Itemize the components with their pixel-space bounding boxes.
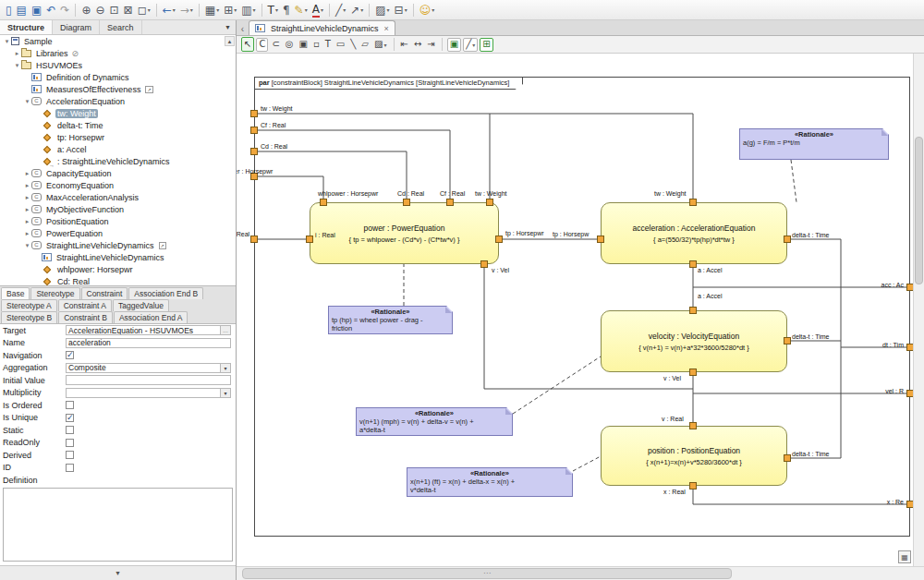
port-power-i[interactable] [306, 236, 313, 243]
open-project-button[interactable]: ▤ [15, 2, 29, 18]
arrow-style-button[interactable]: ↗▾ [348, 2, 365, 18]
expand-arrow-icon[interactable]: ▸ [23, 170, 31, 177]
paragraph-button[interactable]: ¶ [281, 2, 292, 18]
save-project-button[interactable]: ▣ [30, 2, 43, 18]
properties-tab-base[interactable]: Base [1, 287, 30, 299]
forward-button[interactable]: →▾ [178, 2, 195, 18]
tree-item-whlpower-horsepwr[interactable]: whlpower: Horsepwr [0, 263, 236, 275]
collapse-arrow-icon[interactable]: ▾ [23, 242, 31, 249]
rectangle-tool[interactable]: ▭ [334, 36, 346, 53]
align-right-button[interactable]: ⇥ [425, 36, 436, 53]
port-velocity-v[interactable] [689, 369, 697, 376]
tree-item-straightlinevehicledynamics[interactable]: StraightLineVehicleDynamics [0, 251, 236, 263]
port-power-cd[interactable] [403, 199, 410, 206]
port-frame-vel[interactable] [906, 390, 913, 397]
properties-tab-association-end-b[interactable]: Association End B [128, 287, 203, 299]
tree-item-straightlinevehicledynamics[interactable]: : StraightLineVehicleDynamics [0, 155, 236, 167]
tree-item-tp-horsepwr[interactable]: tp: Horsepwr [0, 131, 236, 143]
expand-arrow-icon[interactable]: ▸ [23, 218, 31, 225]
port-velocity-delta-t[interactable] [784, 337, 791, 344]
collapse-all-button[interactable]: ⊟▾ [393, 2, 409, 18]
line-tool[interactable]: ╲ [348, 36, 358, 53]
port-position-v[interactable] [689, 422, 697, 429]
show-parameters-button[interactable]: ▣ [447, 38, 461, 52]
tree-item-libraries[interactable]: ▸Libraries⊘ [0, 47, 236, 59]
aggregation-combo[interactable]: Composite▾ [66, 363, 231, 373]
tree-item-measuresofeffectiveness[interactable]: MeasuresOfEffectiveness↗ [0, 83, 236, 95]
vertical-scrollbar-thumb[interactable] [915, 137, 923, 284]
font-color-button[interactable]: A▾ [310, 2, 325, 18]
tree-item-accelerationequation[interactable]: ▾AccelerationEquation [0, 95, 236, 107]
redo-button[interactable]: ↷ [58, 2, 71, 18]
tree-item-economyequation[interactable]: ▸EconomyEquation [0, 179, 236, 191]
properties-tab-taggedvalue[interactable]: TaggedValue [113, 299, 169, 311]
is-unique-checkbox[interactable] [66, 414, 74, 422]
properties-tab-constraint-a[interactable]: Constraint A [58, 299, 112, 311]
constraint-block-power[interactable]: power : PowerEquation{ tp = whlpower - (… [310, 202, 499, 264]
readonly-checkbox[interactable] [66, 439, 74, 447]
panel-tab-structure[interactable]: Structure [0, 20, 53, 34]
expand-arrow-icon[interactable]: ▸ [23, 194, 31, 201]
target-field[interactable]: AccelerationEquation - HSUVMOEs… [66, 325, 231, 335]
static-checkbox[interactable] [66, 426, 74, 434]
back-button[interactable]: ←▾ [161, 2, 177, 18]
grid-layout-button[interactable]: ⊞▾ [222, 2, 238, 18]
horizontal-scrollbar[interactable]: ⋯ [237, 566, 924, 580]
zoom-fit-button[interactable]: ⊡ [108, 2, 121, 18]
expand-arrow-icon[interactable]: ▸ [13, 50, 21, 57]
collapse-arrow-icon[interactable]: ▾ [3, 38, 11, 45]
initial-value-field[interactable] [66, 375, 231, 385]
panel-collapse-bar[interactable]: ▼ [0, 565, 236, 580]
expand-arrow-icon[interactable]: ▸ [23, 230, 31, 237]
containment-tree[interactable]: ▾Sample▸Libraries⊘▾HSUVMOEsDefinition of… [0, 35, 236, 285]
port-power-tp[interactable] [495, 236, 503, 243]
rationale-note[interactable]: «Rationale»tp (hp) = wheel power - drag … [328, 306, 453, 334]
tree-item-straightlinevehicledynamics[interactable]: ▾StraightLineVehicleDynamics↗ [0, 239, 236, 251]
tree-item-sample[interactable]: ▾Sample [0, 35, 236, 47]
port-velocity-a[interactable] [689, 307, 697, 314]
close-tab-button[interactable]: × [384, 24, 389, 33]
pattern-button[interactable]: ▨▾ [373, 2, 391, 18]
image-shape-tool[interactable]: ▨▾ [372, 36, 388, 53]
line-jumps-button[interactable]: ╱▾ [463, 38, 478, 52]
is-ordered-checkbox[interactable] [66, 401, 74, 409]
panel-tab-search[interactable]: Search [100, 20, 142, 34]
port-frame-tw[interactable] [250, 110, 258, 117]
tree-item-myobjectivefunction[interactable]: ▸MyObjectiveFunction [0, 203, 236, 215]
columns-button[interactable]: ▥▾ [239, 2, 257, 18]
browse-button[interactable]: … [220, 326, 230, 334]
expand-arrow-icon[interactable]: ▸ [23, 206, 31, 213]
rationale-note[interactable]: «Rationale»a(g) = F/m = P*t/m [739, 128, 889, 160]
text-tool[interactable]: T [323, 36, 333, 53]
zoom-selection-button[interactable]: ⊠ [122, 2, 135, 18]
port-frame-x[interactable] [906, 501, 913, 508]
pencil-button[interactable]: ✎▾ [293, 2, 310, 18]
new-project-button[interactable]: ▯ [4, 2, 14, 18]
navigation-checkbox[interactable] [66, 351, 74, 359]
expand-arrow-icon[interactable]: ▸ [23, 182, 31, 189]
note-tool[interactable]: ▱ [359, 36, 371, 53]
text-style-button[interactable]: T▾ [266, 2, 280, 18]
constraint-block-velocity[interactable]: velocity : VelocityEquation{ v(n+1) = v(… [601, 310, 787, 372]
align-left-button[interactable]: ⇤ [399, 36, 410, 53]
tree-item-maxaccelerationanalysis[interactable]: ▸MaxAccelerationAnalysis [0, 191, 236, 203]
port-position-delta-t[interactable] [784, 454, 791, 462]
port-tool[interactable]: ▫ [311, 36, 322, 53]
part-tool[interactable]: ▣ [298, 36, 310, 53]
constraint-property-tool[interactable]: C [256, 38, 268, 52]
port-accel-tw[interactable] [689, 199, 697, 206]
tab-scroll-left-button[interactable]: ‹ [237, 24, 249, 35]
port-power-whlpower[interactable] [320, 199, 327, 206]
port-power-v[interactable] [480, 260, 488, 268]
name-field[interactable]: acceleration [66, 338, 231, 348]
tree-item-a-accel[interactable]: a: Accel [0, 143, 236, 155]
properties-tab-stereotype[interactable]: Stereotype [30, 287, 79, 299]
layout-windows-button[interactable]: ▦▾ [203, 2, 221, 18]
diagram-canvas[interactable]: par [constraintBlock] StraightLineVehicl… [237, 54, 913, 566]
marquee-zoom-button[interactable]: ◻▾ [136, 2, 152, 18]
tree-item-powerequation[interactable]: ▸PowerEquation [0, 227, 236, 239]
tree-item-positionequation[interactable]: ▸PositionEquation [0, 215, 236, 227]
tree-scroll-up-button[interactable]: ▲ [225, 36, 235, 46]
definition-editor[interactable] [3, 488, 233, 562]
zoom-out-button[interactable]: ⊖ [93, 2, 106, 18]
